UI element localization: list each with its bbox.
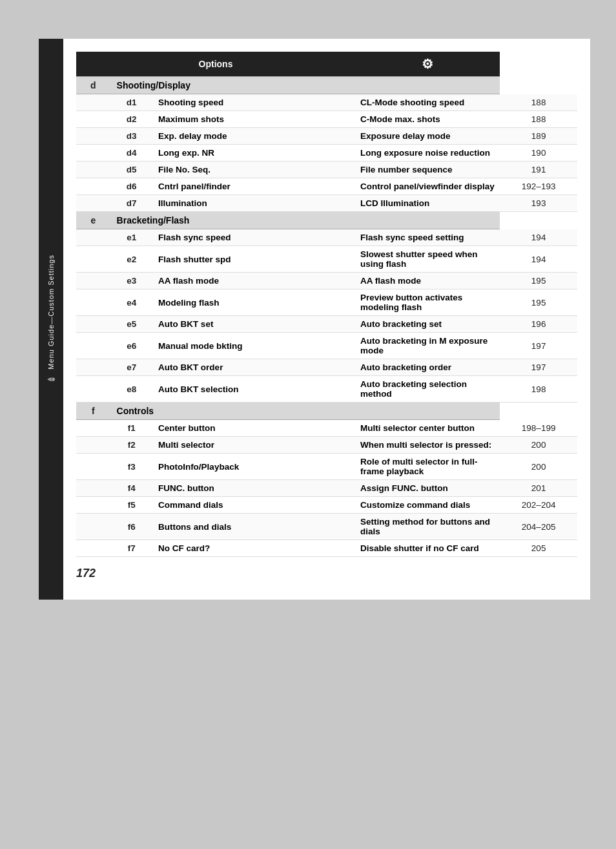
side-tab-text-label: Menu Guide—Custom Settings [47,255,55,370]
table-row: f3 PhotoInfo/Playback Role of multi sele… [76,454,577,480]
row-page: 194 [500,229,577,246]
row-page: 200 [500,437,577,454]
row-code: e4 [110,289,153,316]
row-page: 204–205 [500,514,577,540]
table-row: d1 Shooting speed CL-Mode shooting speed… [76,94,577,111]
row-letter [76,273,110,289]
row-page: 197 [500,359,577,376]
row-letter [76,94,110,111]
row-letter [76,246,110,273]
row-long-desc: Role of multi selector in full-frame pla… [355,454,500,480]
row-letter [76,376,110,403]
row-page: 201 [500,480,577,497]
row-long-desc: Long exposure noise reduction [355,145,500,162]
table-row: e8 Auto BKT selection Auto bracketing se… [76,376,577,403]
row-short-desc: Auto BKT set [153,316,355,333]
row-long-desc: Setting method for buttons and dials [355,514,500,540]
row-short-desc: No CF card? [153,540,355,557]
row-short-desc: Exp. delay mode [153,128,355,145]
row-code: f1 [110,420,153,437]
pencil-icon: ✏ [46,373,56,384]
row-long-desc: Assign FUNC. button [355,480,500,497]
row-code: d6 [110,178,153,195]
row-letter [76,540,110,557]
row-short-desc: Modeling flash [153,289,355,316]
row-code: e3 [110,273,153,289]
row-letter [76,480,110,497]
row-page: 200 [500,454,577,480]
row-code: e5 [110,316,153,333]
row-long-desc: Auto bracketing selection method [355,376,500,403]
row-short-desc: Illumination [153,195,355,212]
row-long-desc: Preview button activates modeling flash [355,289,500,316]
row-code: d2 [110,111,153,128]
page-wrapper: ✏ Menu Guide—Custom Settings Options ⚙ d… [39,39,590,600]
table-row: e4 Modeling flash Preview button activat… [76,289,577,316]
row-page: 191 [500,162,577,178]
section-row: f Controls [76,403,577,420]
row-letter [76,454,110,480]
row-long-desc: Slowest shutter speed when using flash [355,246,500,273]
row-code: e7 [110,359,153,376]
row-letter [76,359,110,376]
section-letter: e [76,212,110,229]
table-row: d5 File No. Seq. File number sequence 19… [76,162,577,178]
row-long-desc: When multi selector is pressed: [355,437,500,454]
row-short-desc: Multi selector [153,437,355,454]
row-code: f2 [110,437,153,454]
row-code: d4 [110,145,153,162]
row-code: d3 [110,128,153,145]
table-row: d7 Illumination LCD Illumination 193 [76,195,577,212]
table-row: e1 Flash sync speed Flash sync speed set… [76,229,577,246]
row-long-desc: Customize command dials [355,497,500,514]
table-row: e3 AA flash mode AA flash mode 195 [76,273,577,289]
table-row: f1 Center button Multi selector center b… [76,420,577,437]
row-letter [76,497,110,514]
row-code: d1 [110,94,153,111]
section-letter: f [76,403,110,420]
row-letter [76,195,110,212]
row-letter [76,178,110,195]
table-row: e5 Auto BKT set Auto bracketing set 196 [76,316,577,333]
row-page: 192–193 [500,178,577,195]
table-header-row: Options ⚙ [76,52,577,77]
page-number: 172 [76,567,577,580]
row-short-desc: Maximum shots [153,111,355,128]
table-row: e6 Manual mode bkting Auto bracketing in… [76,333,577,359]
row-code: d7 [110,195,153,212]
row-page: 189 [500,128,577,145]
table-row: f7 No CF card? Disable shutter if no CF … [76,540,577,557]
row-long-desc: CL-Mode shooting speed [355,94,500,111]
row-letter [76,289,110,316]
row-short-desc: Buttons and dials [153,514,355,540]
table-row: f6 Buttons and dials Setting method for … [76,514,577,540]
row-page: 205 [500,540,577,557]
row-long-desc: Flash sync speed setting [355,229,500,246]
row-letter [76,229,110,246]
row-long-desc: LCD Illumination [355,195,500,212]
row-short-desc: Flash sync speed [153,229,355,246]
row-page: 188 [500,94,577,111]
section-title: Bracketing/Flash [110,212,500,229]
row-letter [76,316,110,333]
section-row: d Shooting/Display [76,77,577,94]
section-title: Controls [110,403,500,420]
table-row: e2 Flash shutter spd Slowest shutter spe… [76,246,577,273]
row-page: 195 [500,289,577,316]
table-row: e7 Auto BKT order Auto bracketing order … [76,359,577,376]
row-short-desc: Auto BKT selection [153,376,355,403]
side-tab: ✏ Menu Guide—Custom Settings [39,39,63,600]
row-letter [76,437,110,454]
row-short-desc: FUNC. button [153,480,355,497]
row-short-desc: Manual mode bkting [153,333,355,359]
main-content: Options ⚙ d Shooting/Display d1 Shooting… [63,39,590,600]
row-short-desc: PhotoInfo/Playback [153,454,355,480]
row-letter [76,162,110,178]
row-letter [76,128,110,145]
section-title: Shooting/Display [110,77,500,94]
row-code: f7 [110,540,153,557]
icon-header: ⚙ [355,52,500,77]
row-long-desc: Auto bracketing set [355,316,500,333]
row-long-desc: Exposure delay mode [355,128,500,145]
section-letter: d [76,77,110,94]
